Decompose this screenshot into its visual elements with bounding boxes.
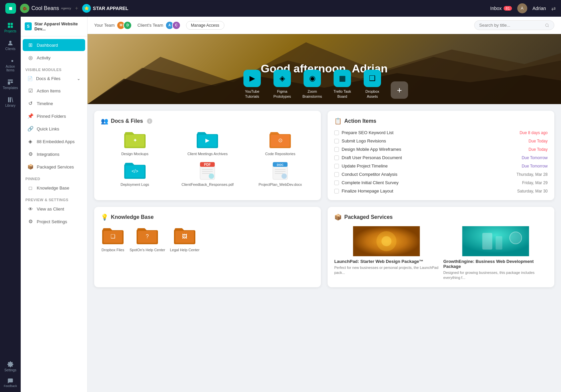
star-apparel-brand[interactable]: ⭐ STAR APPAREL — [82, 4, 128, 13]
pkg-growthengine-desc: Designed for growing businesses, this pa… — [443, 270, 548, 281]
action-item-7[interactable]: Complete Initial Client Survey Friday, M… — [334, 180, 548, 185]
sidebar-item-projects[interactable]: Projects — [1, 19, 19, 36]
feedback-label: Feedback — [4, 384, 17, 388]
action-item-8[interactable]: Finalize Homepage Layout Saturday, Mar 3… — [334, 188, 548, 193]
package-icon: 📦 — [27, 164, 33, 170]
hero-app-zoom[interactable]: ◉ Zoom Brainstorms — [301, 70, 324, 99]
sidebar-item-action-items[interactable]: Action Items — [1, 55, 19, 75]
kb-item-spoton[interactable]: ? SpotOn's Help Center — [130, 226, 165, 252]
file-project-plan[interactable]: DOC ProjectPlan_WebDev.docx — [246, 161, 314, 187]
project-settings-label: Project Settings — [37, 219, 67, 224]
action-checkbox-2[interactable] — [334, 139, 339, 143]
sidebar-item-dashboard[interactable]: ⊞ Dashboard — [23, 39, 85, 51]
hero-app-figma[interactable]: ◈ Figma Prototypes — [270, 70, 294, 99]
action-checkbox-6[interactable] — [334, 172, 339, 177]
search-input[interactable] — [479, 23, 542, 28]
hero-app-youtube[interactable]: ▶ YouTube Tutorials — [240, 70, 264, 99]
zoom-app-label: Zoom Brainstorms — [301, 89, 324, 99]
inbox-button[interactable]: Inbox 81 — [490, 6, 512, 11]
sidebar-item-action-items-module[interactable]: ☑ Action Items — [23, 85, 85, 97]
action-item-2-left: Submit Logo Revisions — [334, 138, 386, 143]
docs-files-card: 👥 Docs & Files i ✦ Design Mockups — [94, 111, 321, 200]
action-item-1[interactable]: Prepare SEO Keyword List Due 8 days ago — [334, 130, 548, 135]
project-header: S Star Apparel Website Dev... — [21, 17, 87, 36]
sidebar-item-settings[interactable]: Settings — [1, 358, 19, 375]
folder-design-mockups-icon: ✦ — [123, 130, 147, 149]
action-item-7-left: Complete Initial Client Survey — [334, 180, 399, 185]
action-due-3: Due Today — [529, 147, 548, 152]
kb-item-legal[interactable]: 🖼 Legal Help Center — [170, 226, 200, 252]
action-checkbox-1[interactable] — [334, 130, 339, 135]
folder-client-meetings[interactable]: ▶ Client Meetings Archives — [174, 130, 242, 156]
sidebar-item-library[interactable]: Library — [1, 94, 19, 110]
activity-icon: ◎ — [27, 55, 33, 61]
docs-files-label: Docs & Files — [36, 76, 60, 81]
sidebar-item-knowledge-base[interactable]: □ Knowledge Base — [23, 182, 85, 194]
sidebar-item-activity[interactable]: ◎ Activity — [23, 52, 85, 64]
action-item-4[interactable]: Draft User Personas Document Due Tomorro… — [334, 155, 548, 160]
pkg-item-growthengine[interactable]: GrowthEngine: Business Web Development P… — [443, 226, 548, 281]
action-checkbox-5[interactable] — [334, 164, 339, 168]
sidebar-item-clients[interactable]: Clients — [1, 37, 19, 53]
hero-app-dropbox[interactable]: ❑ Dropbox Assets — [361, 70, 384, 99]
knowledge-base-card: 💡 Knowledge Base ❑ Dropbox Files — [94, 207, 321, 287]
sidebar-item-docs-files[interactable]: 📄 Docs & Files ⌄ — [23, 73, 85, 84]
sidebar-item-packaged-services[interactable]: 📦 Packaged Services — [23, 161, 85, 173]
action-checkbox-4[interactable] — [334, 155, 339, 160]
user-avatar[interactable]: A — [517, 3, 527, 13]
cool-beans-brand[interactable]: 🫘 Cool Beans Agency — [20, 4, 71, 13]
hero-apps-row: ▶ YouTube Tutorials ◈ Figma Prototypes ◉… — [240, 70, 408, 99]
sidebar-item-view-as-client[interactable]: 👁 View as Client — [23, 203, 85, 215]
action-item-2[interactable]: Submit Logo Revisions Due Today — [334, 138, 548, 143]
sidebar-item-embedded-apps[interactable]: ◈ 88 Embedded Apps — [23, 135, 85, 147]
kb-folder-spoton-icon: ? — [135, 226, 159, 246]
file-client-feedback[interactable]: PDF ClientFeedback_Responses.pdf — [174, 161, 242, 187]
action-checkbox-7[interactable] — [334, 180, 339, 185]
svg-rect-9 — [8, 97, 9, 102]
pkg-growthengine-title: GrowthEngine: Business Web Development P… — [443, 259, 548, 269]
sidebar-item-timeline[interactable]: ↺ Timeline — [23, 97, 85, 109]
sidebar-item-project-settings[interactable]: ⚙ Project Settings — [23, 216, 85, 228]
action-items-icon: ☑ — [27, 88, 33, 94]
feedback-button[interactable]: Feedback — [4, 376, 17, 389]
sidebar-item-pinned-folders[interactable]: 📌 Pinned Folders — [23, 110, 85, 122]
action-item-1-left: Prepare SEO Keyword List — [334, 130, 393, 135]
sidebar-item-quick-links[interactable]: 🔗 Quick Links — [23, 123, 85, 135]
knowledge-icon: □ — [27, 185, 33, 191]
folder-code-repos[interactable]: ⊙ Code Repositories — [246, 130, 314, 156]
client-team-section: Client's Team A C — [137, 21, 180, 30]
kb-folder-dropbox-icon: ❑ — [101, 226, 125, 246]
pkg-item-launchpad[interactable]: LaunchPad: Starter Web Design Package™ P… — [334, 226, 439, 281]
action-item-6[interactable]: Conduct Competitor Analysis Thursday, Ma… — [334, 172, 548, 177]
pkg-launchpad-desc: Perfect for new businesses or personal p… — [334, 265, 439, 276]
action-checkbox-3[interactable] — [334, 147, 339, 152]
agency-label: Agency — [61, 7, 71, 10]
add-app-button[interactable]: + — [391, 81, 408, 99]
team-avatar-2: D — [123, 21, 132, 30]
dropbox-app-label: Dropbox Assets — [361, 89, 384, 99]
action-items-list: Prepare SEO Keyword List Due 8 days ago … — [334, 130, 548, 193]
preview-settings-label: Preview & Settings — [21, 194, 87, 203]
sidebar-icon-label-action-items: Action Items — [3, 65, 17, 72]
sidebar-item-templates[interactable]: Templates — [1, 76, 19, 92]
folder-design-mockups[interactable]: ✦ Design Mockups — [101, 130, 169, 156]
kb-item-dropbox[interactable]: ❑ Dropbox Files — [101, 226, 125, 252]
hero-add-app-item[interactable]: + — [391, 81, 408, 99]
sidebar-icon-label-settings: Settings — [4, 368, 16, 372]
sync-icon[interactable]: ⇄ — [551, 5, 556, 12]
action-item-4-left: Draft User Personas Document — [334, 155, 402, 160]
action-item-5[interactable]: Update Project Timeline Due Tomorrow — [334, 163, 548, 168]
file-client-feedback-icon: PDF — [195, 161, 219, 180]
search-icon — [545, 23, 549, 28]
folder-deployment-logs[interactable]: </> Deployment Logs — [101, 161, 169, 187]
sidebar-item-integrations[interactable]: ⚙ Integrations — [23, 148, 85, 160]
svg-rect-3 — [11, 26, 13, 28]
pkg-launchpad-thumbnail — [334, 226, 439, 256]
manage-access-button[interactable]: Manage Access — [186, 21, 224, 30]
zoom-app-icon: ◉ — [304, 70, 321, 87]
hero-app-trello[interactable]: ▦ Trello Task Board — [331, 70, 354, 99]
action-checkbox-8[interactable] — [334, 189, 339, 193]
action-item-3[interactable]: Design Mobile App Wireframes Due Today — [334, 147, 548, 152]
svg-point-45 — [381, 236, 391, 246]
action-name-4: Draft User Personas Document — [342, 155, 402, 160]
